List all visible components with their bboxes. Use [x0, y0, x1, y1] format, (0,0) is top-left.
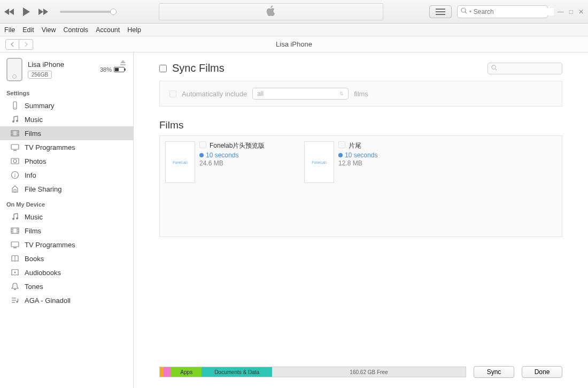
previous-icon[interactable] [4, 8, 15, 16]
close-button[interactable]: ✕ [578, 8, 584, 16]
menu-edit[interactable]: Edit [22, 26, 34, 34]
sidebar-item-label: AGA - Ginadoll [25, 296, 71, 305]
list-view-button[interactable] [429, 5, 452, 18]
film-thumbnail: FoneLab [304, 141, 334, 183]
svg-line-1 [465, 12, 467, 13]
sync-films-checkbox[interactable] [159, 65, 167, 72]
sidebar-item-label: Audiobooks [25, 269, 61, 277]
sidebar-settings-info[interactable]: iInfo [0, 168, 133, 182]
films-heading: Films [159, 119, 562, 131]
sidebar-ondevice-audiobooks[interactable]: Audiobooks [0, 265, 133, 279]
svg-rect-22 [11, 228, 19, 233]
svg-point-32 [14, 272, 16, 273]
svg-rect-13 [11, 144, 19, 149]
sidebar-item-label: TV Programmes [25, 241, 75, 249]
film-thumbnail: FoneLab [165, 141, 195, 183]
sidebar-item-label: Info [25, 171, 36, 179]
sidebar-ondevice-tones[interactable]: Tones [0, 279, 133, 293]
settings-section-label: Settings [0, 85, 133, 98]
search-box[interactable]: ▾ [457, 5, 548, 18]
sidebar-item-label: Films [25, 130, 41, 138]
svg-line-39 [495, 69, 497, 70]
menu-file[interactable]: File [4, 26, 15, 34]
sync-button[interactable]: Sync [474, 366, 514, 378]
playback-controls [4, 7, 113, 17]
maximize-button[interactable]: □ [569, 8, 573, 16]
unplayed-dot-icon [199, 153, 204, 157]
film-item[interactable]: FoneLab片尾10 seconds12.8 MB [304, 141, 432, 183]
svg-rect-29 [11, 242, 19, 247]
battery-icon [114, 67, 125, 72]
playlist-icon [11, 296, 19, 305]
storage-bar: Apps Documents & Data 160.62 GB Free [159, 367, 466, 377]
svg-rect-6 [11, 131, 19, 136]
sidebar-settings-file-sharing[interactable]: File Sharing [0, 182, 133, 196]
films-grid: FoneLabFonelab片头预览版10 seconds24.6 MBFone… [159, 135, 562, 237]
menu-help[interactable]: Help [127, 26, 141, 34]
sidebar-settings-music[interactable]: Music [0, 112, 133, 126]
films-suffix-label: films [354, 90, 368, 98]
volume-slider[interactable] [60, 11, 113, 13]
device-header: Lisa iPhone 256GB 38% [0, 52, 133, 85]
subheader: Lisa iPhone [0, 36, 588, 52]
play-icon[interactable] [21, 7, 31, 17]
svg-point-16 [13, 159, 17, 163]
menu-controls[interactable]: Controls [64, 26, 89, 34]
sidebar-item-label: Films [25, 227, 41, 235]
film-title: Fonelab片头预览版 [210, 141, 265, 150]
volume-thumb[interactable] [110, 9, 117, 15]
auto-include-label: Automatically include [182, 90, 247, 98]
filesharing-icon [11, 185, 19, 193]
svg-point-0 [461, 8, 466, 12]
search-icon [461, 7, 467, 16]
film-size: 24.6 MB [199, 159, 293, 167]
eject-icon[interactable] [120, 59, 126, 67]
svg-point-3 [14, 108, 16, 109]
summary-icon [11, 101, 19, 110]
menu-view[interactable]: View [42, 26, 56, 34]
sidebar-item-label: File Sharing [25, 185, 61, 193]
film-title: 片尾 [349, 141, 361, 150]
battery-status: 38% [100, 66, 125, 73]
chevron-down-icon: ▾ [469, 9, 471, 14]
auto-include-dropdown: all ⇅ [252, 88, 349, 100]
minimize-button[interactable]: — [558, 8, 564, 16]
sidebar-ondevice-films[interactable]: Films [0, 224, 133, 238]
tv-icon [11, 143, 19, 151]
svg-point-21 [16, 217, 18, 219]
next-icon[interactable] [37, 8, 48, 16]
svg-rect-19 [14, 189, 16, 192]
filter-input[interactable] [497, 65, 577, 72]
sidebar-ondevice-books[interactable]: Books [0, 252, 133, 265]
sidebar-settings-summary[interactable]: Summary [0, 98, 133, 112]
menu-account[interactable]: Account [96, 26, 120, 34]
bottom-bar: Apps Documents & Data 160.62 GB Free Syn… [134, 356, 588, 388]
nav-back-button[interactable] [5, 39, 19, 50]
menubar: File Edit View Controls Account Help [0, 24, 588, 36]
done-button[interactable]: Done [522, 366, 562, 378]
film-duration: 10 seconds [338, 151, 432, 159]
filter-box[interactable] [488, 63, 562, 74]
iphone-icon [6, 58, 22, 81]
sidebar-settings-tv-programmes[interactable]: TV Programmes [0, 140, 133, 154]
sidebar-item-label: Music [25, 116, 43, 124]
music-icon [11, 212, 19, 221]
storage-seg-free: 160.62 GB Free [272, 367, 466, 377]
sidebar-item-label: TV Programmes [25, 143, 75, 151]
sidebar-item-label: Photos [25, 157, 46, 165]
nav-forward-button[interactable] [19, 39, 33, 50]
sidebar-item-label: Summary [25, 102, 55, 110]
info-icon: i [11, 171, 19, 179]
svg-text:i: i [14, 172, 16, 178]
film-checkbox [338, 141, 345, 148]
sidebar-settings-films[interactable]: Films [0, 126, 133, 140]
apple-logo-icon [266, 5, 276, 18]
sidebar-ondevice-music[interactable]: Music [0, 210, 133, 224]
sidebar-ondevice-tv-programmes[interactable]: TV Programmes [0, 238, 133, 252]
film-item[interactable]: FoneLabFonelab片头预览版10 seconds24.6 MB [165, 141, 293, 183]
music-icon [11, 115, 19, 124]
sidebar-ondevice-aga---ginadoll[interactable]: AGA - Ginadoll [0, 293, 133, 307]
main-content: Sync Films Automatically include all ⇅ f… [134, 52, 588, 388]
search-input[interactable] [474, 8, 554, 16]
sidebar-settings-photos[interactable]: Photos [0, 154, 133, 168]
